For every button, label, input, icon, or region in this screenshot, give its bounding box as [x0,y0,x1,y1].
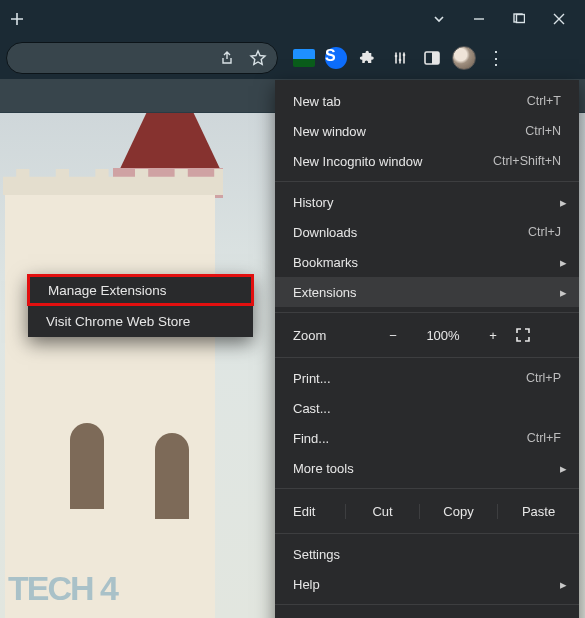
castle-window [70,423,104,509]
chevron-right-icon: ▸ [560,461,567,476]
menu-separator [275,357,579,358]
window-maximize-button[interactable] [511,13,527,25]
chevron-right-icon: ▸ [560,255,567,270]
plus-icon [10,12,24,26]
chrome-main-menu: New tab Ctrl+T New window Ctrl+N New Inc… [275,80,579,618]
menu-exit[interactable]: Exit [275,610,579,618]
media-control-icon[interactable] [386,44,414,72]
chevron-right-icon: ▸ [560,195,567,210]
new-tab-button[interactable] [4,7,30,31]
window-close-button[interactable] [551,13,567,25]
menu-label: Zoom [275,328,371,343]
browser-toolbar: S ⋮ [0,37,585,79]
castle-window [155,433,189,519]
extensions-puzzle-icon[interactable] [354,44,382,72]
menu-label: Help [293,577,320,592]
window-titlebar [0,0,585,37]
profile-avatar[interactable] [450,44,478,72]
menu-new-incognito[interactable]: New Incognito window Ctrl+Shift+N [275,146,579,176]
svg-point-4 [403,54,406,57]
menu-label: Settings [293,547,340,562]
window-minimize-button[interactable] [471,13,487,25]
address-bar[interactable] [6,42,278,74]
menu-downloads[interactable]: Downloads Ctrl+J [275,217,579,247]
zoom-in-button[interactable]: + [471,328,515,343]
menu-cast[interactable]: Cast... [275,393,579,423]
menu-shortcut: Ctrl+N [525,124,561,138]
watermark-text: TECH 4 [8,569,117,608]
menu-new-window[interactable]: New window Ctrl+N [275,116,579,146]
menu-label: New Incognito window [293,154,422,169]
svg-rect-1 [517,14,525,22]
chevron-down-icon[interactable] [431,12,447,26]
menu-label: New tab [293,94,341,109]
menu-shortcut: Ctrl+P [526,371,561,385]
menu-shortcut: Ctrl+Shift+N [493,154,561,168]
shazam-extension-icon[interactable]: S [322,44,350,72]
menu-label: More tools [293,461,354,476]
menu-separator [275,604,579,605]
menu-extensions[interactable]: Extensions ▸ [275,277,579,307]
svg-point-2 [395,55,398,58]
menu-settings[interactable]: Settings [275,539,579,569]
menu-label: Cast... [293,401,331,416]
menu-label: Edit [275,504,345,519]
menu-label: Extensions [293,285,357,300]
menu-shortcut: Ctrl+F [527,431,561,445]
menu-print[interactable]: Print... Ctrl+P [275,363,579,393]
menu-label: Print... [293,371,331,386]
menu-label: New window [293,124,366,139]
edit-cut[interactable]: Cut [345,504,419,519]
svg-point-3 [399,59,402,62]
menu-separator [275,312,579,313]
menu-separator [275,488,579,489]
svg-rect-6 [432,52,439,64]
menu-label: History [293,195,333,210]
menu-label: Find... [293,431,329,446]
menu-bookmarks[interactable]: Bookmarks ▸ [275,247,579,277]
menu-edit-row: Edit Cut Copy Paste [275,494,579,528]
menu-label: Downloads [293,225,357,240]
wallpaper-extension-icon[interactable] [290,44,318,72]
menu-history[interactable]: History ▸ [275,187,579,217]
menu-help[interactable]: Help ▸ [275,569,579,599]
visit-chrome-web-store-item[interactable]: Visit Chrome Web Store [28,305,253,337]
side-panel-icon[interactable] [418,44,446,72]
menu-shortcut: Ctrl+J [528,225,561,239]
edit-paste[interactable]: Paste [497,504,579,519]
bookmark-star-icon[interactable] [249,49,267,67]
chevron-right-icon: ▸ [560,285,567,300]
manage-extensions-item[interactable]: Manage Extensions [27,274,254,306]
edit-copy[interactable]: Copy [419,504,497,519]
zoom-out-button[interactable]: − [371,328,415,343]
share-icon[interactable] [219,50,235,66]
menu-separator [275,181,579,182]
menu-find[interactable]: Find... Ctrl+F [275,423,579,453]
menu-new-tab[interactable]: New tab Ctrl+T [275,86,579,116]
zoom-percent: 100% [415,328,471,343]
menu-more-tools[interactable]: More tools ▸ [275,453,579,483]
menu-separator [275,533,579,534]
castle-tower-graphic [5,178,215,618]
fullscreen-button[interactable] [515,327,561,343]
castle-roof-graphic [118,112,222,173]
menu-label: Bookmarks [293,255,358,270]
menu-shortcut: Ctrl+T [527,94,561,108]
extensions-submenu: Manage Extensions Visit Chrome Web Store [28,275,253,337]
extensions-tray: S ⋮ [284,44,510,72]
chevron-right-icon: ▸ [560,577,567,592]
chrome-menu-button[interactable]: ⋮ [482,44,510,72]
menu-zoom-row: Zoom − 100% + [275,318,579,352]
